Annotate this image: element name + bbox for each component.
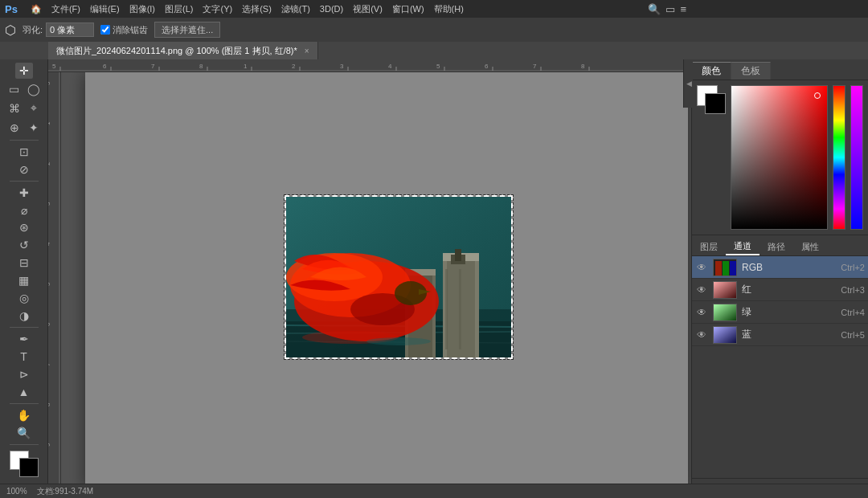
top-right-icons: 🔍 ▭ ≡ [643,0,691,18]
background-swatch[interactable] [705,93,726,114]
tab-properties[interactable]: 属性 [793,238,827,255]
menu-window[interactable]: 窗口(W) [392,3,424,15]
brush-tool[interactable]: ⌀ [15,202,33,218]
hand-tool[interactable]: ✋ [15,407,33,423]
file-tab-item[interactable]: 微信图片_20240624201114.png @ 100% (图层 1 拷贝,… [48,42,318,59]
tab-color[interactable]: 颜色 [692,62,731,80]
eraser-tool[interactable]: ⊟ [15,255,33,271]
channel-name-rgb: RGB [742,262,836,273]
channel-eye-rgb[interactable]: 👁 [695,261,708,274]
panel-expand-button[interactable]: ◀ [683,59,693,108]
document-canvas[interactable] [61,72,691,484]
poly-lasso-tool[interactable]: ⌖ [25,100,43,117]
channel-eye-green[interactable]: 👁 [695,306,708,319]
feather-input[interactable] [46,22,94,37]
shape-tool[interactable]: ▲ [15,384,33,400]
file-tabs: 微信图片_20240624201114.png @ 100% (图层 1 拷贝,… [0,42,868,59]
quick-select-tool[interactable]: ⊕ [6,119,23,137]
tool-separator-1 [10,140,39,141]
more-icon[interactable]: ≡ [680,3,686,15]
clone-tool[interactable]: ⊛ [15,220,33,236]
anti-alias-label[interactable]: 消除锯齿 [100,24,148,36]
svg-text:4: 4 [388,63,392,70]
channel-eye-red[interactable]: 👁 [695,284,708,296]
channel-red[interactable]: 👁 红 Ctrl+3 [692,279,868,301]
file-tab-close[interactable]: × [305,47,309,55]
svg-text:7: 7 [151,63,155,70]
doc-info: 文档:991-3.74M [37,486,94,497]
selection-tools: ▭ ◯ [6,80,43,98]
magic-tools: ⊕ ✦ [6,119,43,137]
svg-rect-71 [714,327,737,344]
menu-edit[interactable]: 编辑(E) [90,3,120,15]
menu-3d[interactable]: 3D(D) [320,4,343,14]
svg-point-61 [366,337,431,345]
svg-text:3: 3 [340,63,344,70]
svg-text:5: 5 [436,63,440,70]
svg-rect-48 [445,269,448,349]
tab-paths[interactable]: 路径 [760,238,793,255]
menu-view[interactable]: 视图(V) [353,3,383,15]
channel-shortcut-red: Ctrl+3 [841,285,865,295]
right-panel: 颜色 色板 图层 通道 路径 属性 👁 [691,59,868,498]
file-tab-name: 微信图片_20240624201114.png @ 100% (图层 1 拷贝,… [56,45,297,57]
menu-file[interactable]: 文件(F) [51,3,80,15]
svg-text:8: 8 [199,63,203,70]
magic-wand-tool[interactable]: ✦ [25,119,43,137]
svg-text:1: 1 [48,121,51,125]
dodge-tool[interactable]: ◑ [15,308,33,324]
canvas-image [286,197,511,357]
app-icon: Ps [5,3,18,15]
tab-layers[interactable]: 图层 [692,238,726,255]
tab-swatches[interactable]: 色板 [731,62,771,80]
history-brush-tool[interactable]: ↺ [15,237,33,253]
opacity-slider[interactable] [850,85,863,230]
menu-image[interactable]: 图像(I) [129,3,155,15]
svg-text:6: 6 [103,63,107,70]
text-tool[interactable]: T [15,349,33,365]
zoom-tool[interactable]: 🔍 [15,425,33,441]
lasso-tool[interactable]: ⌘ [6,100,23,117]
color-swatch-area [697,85,726,114]
path-select-tool[interactable]: ⊳ [15,366,33,382]
healing-brush-tool[interactable]: ✚ [15,185,33,201]
hue-slider[interactable] [833,85,845,230]
channel-eye-blue[interactable]: 👁 [695,329,708,341]
feather-section: 羽化: [23,22,94,37]
svg-rect-65 [730,261,736,276]
tab-channels[interactable]: 通道 [726,238,760,255]
blur-tool[interactable]: ◎ [15,290,33,306]
channel-rgb[interactable]: 👁 RGB Ctrl+2 [692,256,868,279]
gradient-tool[interactable]: ▦ [15,272,33,288]
eyedropper-tool[interactable]: ⊘ [15,161,33,178]
menu-filter[interactable]: 滤镜(T) [281,3,310,15]
background-color[interactable] [19,458,39,477]
lasso-tools: ⌘ ⌖ [6,100,43,117]
pen-tool[interactable]: ✒ [15,331,33,347]
menu-select[interactable]: 选择(S) [242,3,272,15]
channel-green[interactable]: 👁 绿 Ctrl+4 [692,301,868,324]
channel-blue[interactable]: 👁 蓝 Ctrl+5 [692,324,868,346]
menu-layer[interactable]: 图层(L) [165,3,193,15]
crop-tool[interactable]: ⊡ [15,144,33,160]
canvas-area [48,59,691,484]
color-gradient-picker[interactable] [731,85,828,230]
search-icon[interactable]: 🔍 [648,3,661,15]
menu-help[interactable]: 帮助(H) [434,3,464,15]
channel-name-green: 绿 [742,305,836,319]
ellipse-select-tool[interactable]: ◯ [25,80,43,98]
rect-select-tool[interactable]: ▭ [6,80,23,98]
svg-text:2: 2 [292,63,296,70]
channel-thumb-green [713,304,737,321]
move-tool[interactable]: ✛ [15,63,33,79]
anti-alias-checkbox[interactable] [100,25,110,35]
channel-name-blue: 蓝 [742,328,836,341]
svg-text:6: 6 [48,322,51,326]
feather-label: 羽化: [23,24,43,36]
channel-shortcut-blue: Ctrl+5 [841,330,865,340]
workspace-icon[interactable]: ▭ [665,3,675,15]
select-mask-button[interactable]: 选择并遮住... [154,22,220,38]
image-layer[interactable] [286,197,511,357]
menu-text[interactable]: 文字(Y) [203,3,232,15]
menu-home[interactable]: 🏠 [31,4,42,14]
